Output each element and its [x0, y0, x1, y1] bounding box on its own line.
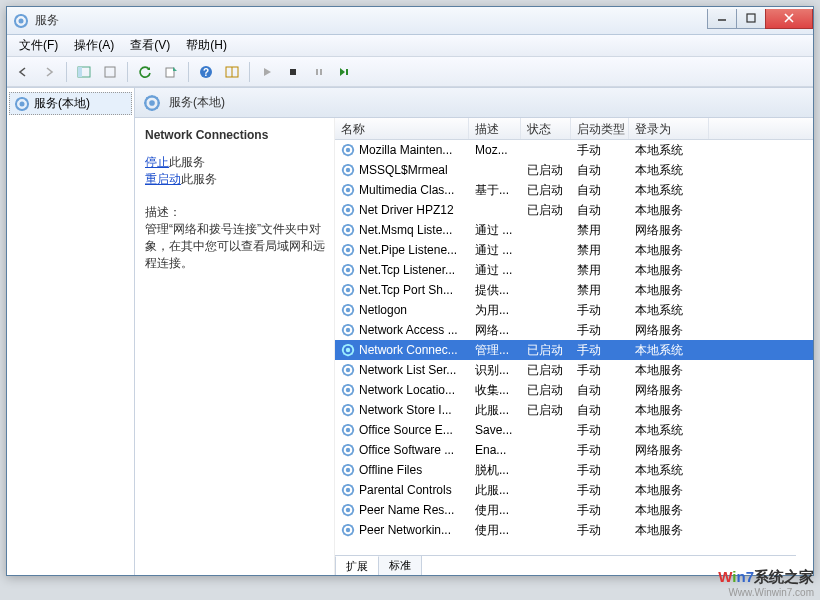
service-row[interactable]: Multimedia Clas...基于...已启动自动本地系统: [335, 180, 813, 200]
forward-button[interactable]: [37, 60, 61, 84]
row-desc: 网络...: [469, 322, 521, 339]
service-row[interactable]: Peer Networkin...使用...手动本地服务: [335, 520, 813, 540]
row-name: Offline Files: [359, 463, 422, 477]
row-logon: 本地系统: [629, 142, 709, 159]
row-name: Peer Networkin...: [359, 523, 451, 537]
service-row[interactable]: Net.Msmq Liste...通过 ...禁用网络服务: [335, 220, 813, 240]
column-header: 名称 描述 状态 启动类型 登录为: [335, 118, 813, 140]
refresh-button[interactable]: [133, 60, 157, 84]
row-desc: 通过 ...: [469, 262, 521, 279]
service-icon: [341, 323, 355, 337]
row-logon: 本地服务: [629, 202, 709, 219]
row-logon: 本地系统: [629, 342, 709, 359]
properties-button[interactable]: [98, 60, 122, 84]
service-row[interactable]: Net.Tcp Listener...通过 ...禁用本地服务: [335, 260, 813, 280]
service-row[interactable]: Net Driver HPZ12已启动自动本地服务: [335, 200, 813, 220]
row-startup: 自动: [571, 162, 629, 179]
service-row[interactable]: Net.Tcp Port Sh...提供...禁用本地服务: [335, 280, 813, 300]
svg-rect-13: [316, 69, 318, 75]
menu-bar: 文件(F) 操作(A) 查看(V) 帮助(H): [7, 35, 813, 57]
service-icon: [341, 423, 355, 437]
services-header-icon: [143, 94, 161, 112]
row-logon: 网络服务: [629, 382, 709, 399]
export-button[interactable]: [159, 60, 183, 84]
row-name: Network List Ser...: [359, 363, 456, 377]
menu-action[interactable]: 操作(A): [66, 35, 122, 56]
service-row[interactable]: Network Store I...此服...已启动自动本地服务: [335, 400, 813, 420]
menu-view[interactable]: 查看(V): [122, 35, 178, 56]
service-row[interactable]: Offline Files脱机...手动本地系统: [335, 460, 813, 480]
service-row[interactable]: Network Locatio...收集...已启动自动网络服务: [335, 380, 813, 400]
service-row[interactable]: Parental Controls此服...手动本地服务: [335, 480, 813, 500]
stop-service-button[interactable]: [281, 60, 305, 84]
row-startup: 手动: [571, 522, 629, 539]
row-desc: 使用...: [469, 502, 521, 519]
service-icon: [341, 523, 355, 537]
menu-file[interactable]: 文件(F): [11, 35, 66, 56]
row-name: Net.Tcp Port Sh...: [359, 283, 453, 297]
row-name: Net.Tcp Listener...: [359, 263, 455, 277]
window-controls: [708, 9, 813, 29]
row-logon: 本地服务: [629, 522, 709, 539]
row-startup: 自动: [571, 402, 629, 419]
service-list[interactable]: Mozilla Mainten...Moz...手动本地系统MSSQL$Mrme…: [335, 140, 813, 575]
detail-view-button[interactable]: [220, 60, 244, 84]
row-logon: 本地系统: [629, 422, 709, 439]
body-split: 服务(本地) 服务(本地) Network Connections 停止此服务 …: [7, 87, 813, 575]
start-service-button[interactable]: [255, 60, 279, 84]
row-desc: Save...: [469, 423, 521, 437]
col-startup[interactable]: 启动类型: [571, 118, 629, 139]
service-row[interactable]: Netlogon为用...手动本地系统: [335, 300, 813, 320]
tab-extended[interactable]: 扩展: [335, 556, 379, 575]
service-icon: [341, 303, 355, 317]
col-logon[interactable]: 登录为: [629, 118, 709, 139]
row-logon: 本地服务: [629, 242, 709, 259]
restart-link[interactable]: 重启动: [145, 172, 181, 186]
maximize-button[interactable]: [736, 9, 766, 29]
services-window: 服务 文件(F) 操作(A) 查看(V) 帮助(H) ?: [6, 6, 814, 576]
row-startup: 手动: [571, 302, 629, 319]
minimize-button[interactable]: [707, 9, 737, 29]
row-logon: 网络服务: [629, 222, 709, 239]
selected-service-name: Network Connections: [145, 128, 326, 142]
row-status: 已启动: [521, 182, 571, 199]
service-row[interactable]: MSSQL$Mrmeal已启动自动本地系统: [335, 160, 813, 180]
close-button[interactable]: [765, 9, 813, 29]
col-status[interactable]: 状态: [521, 118, 571, 139]
col-desc[interactable]: 描述: [469, 118, 521, 139]
service-icon: [341, 163, 355, 177]
service-row[interactable]: Mozilla Mainten...Moz...手动本地系统: [335, 140, 813, 160]
service-row[interactable]: Net.Pipe Listene...通过 ...禁用本地服务: [335, 240, 813, 260]
row-logon: 网络服务: [629, 322, 709, 339]
title-bar[interactable]: 服务: [7, 7, 813, 35]
row-startup: 自动: [571, 202, 629, 219]
service-row[interactable]: Office Software ...Ena...手动网络服务: [335, 440, 813, 460]
stop-link[interactable]: 停止: [145, 155, 169, 169]
service-icon: [341, 183, 355, 197]
row-logon: 本地服务: [629, 482, 709, 499]
row-desc: 管理...: [469, 342, 521, 359]
tree-root-node[interactable]: 服务(本地): [9, 92, 132, 115]
row-startup: 手动: [571, 502, 629, 519]
pause-service-button[interactable]: [307, 60, 331, 84]
help-button[interactable]: ?: [194, 60, 218, 84]
back-button[interactable]: [11, 60, 35, 84]
col-name[interactable]: 名称: [335, 118, 469, 139]
row-logon: 本地系统: [629, 462, 709, 479]
window-title: 服务: [35, 12, 708, 29]
tab-standard[interactable]: 标准: [378, 555, 422, 575]
row-name: Network Store I...: [359, 403, 452, 417]
row-desc: 通过 ...: [469, 222, 521, 239]
row-desc: 此服...: [469, 402, 521, 419]
restart-service-button[interactable]: [333, 60, 357, 84]
service-row[interactable]: Network Access ...网络...手动网络服务: [335, 320, 813, 340]
service-row[interactable]: Network Connec...管理...已启动手动本地系统: [335, 340, 813, 360]
row-desc: Ena...: [469, 443, 521, 457]
service-row[interactable]: Office Source E...Save...手动本地系统: [335, 420, 813, 440]
service-row[interactable]: Peer Name Res...使用...手动本地服务: [335, 500, 813, 520]
service-row[interactable]: Network List Ser...识别...已启动手动本地服务: [335, 360, 813, 380]
show-hide-tree-button[interactable]: [72, 60, 96, 84]
svg-rect-6: [105, 67, 115, 77]
svg-rect-15: [346, 69, 348, 75]
menu-help[interactable]: 帮助(H): [178, 35, 235, 56]
